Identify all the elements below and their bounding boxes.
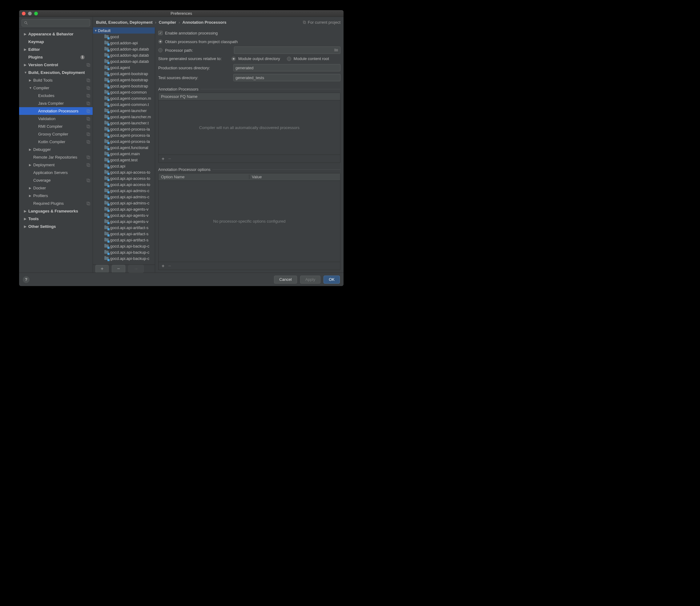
module-output-radio[interactable] [232,57,236,61]
sidebar-item-other-settings[interactable]: ▶Other Settings [19,223,93,230]
module-item[interactable]: gocd.api.api-backup-c [93,243,155,249]
sidebar-item-compiler[interactable]: ▼Compiler [19,84,93,92]
module-item[interactable]: gocd.agent-common.m [93,95,155,101]
module-icon [104,250,109,254]
sidebar-item-annotation-processors[interactable]: Annotation Processors [19,107,93,115]
module-item[interactable]: gocd.agent-common [93,89,155,95]
svg-point-0 [25,22,27,24]
module-item[interactable]: gocd.agent.test [93,157,155,163]
module-item[interactable]: gocd.agent-process-la [93,132,155,138]
sidebar-item-coverage[interactable]: Coverage [19,177,93,184]
add-option-button[interactable]: + [162,263,164,269]
sidebar-item-java-compiler[interactable]: Java Compiler [19,99,93,107]
module-item[interactable]: gocd.api.api-admins-c [93,200,155,206]
module-item[interactable]: gocd.api.api-access-to [93,169,155,175]
sidebar-item-rmi-compiler[interactable]: RMI Compiler [19,122,93,130]
search-input[interactable] [22,19,90,26]
production-dir-input[interactable]: generated [233,64,340,71]
module-item[interactable]: gocd.api.api-artifact-s [93,225,155,231]
sidebar-item-build-execution-deployment[interactable]: ▼Build, Execution, Deployment [19,69,93,76]
module-item[interactable]: gocd.api.api-admins-c [93,194,155,200]
module-item[interactable]: gocd.agent.functional [93,144,155,150]
module-icon [104,127,109,131]
module-icon [104,65,109,70]
module-item[interactable]: gocd.agent-common.t [93,101,155,108]
sidebar-item-tools[interactable]: ▶Tools [19,215,93,223]
module-item[interactable]: gocd.api.api-agents-v [93,206,155,212]
module-item[interactable]: gocd.agent-bootstrap [93,71,155,77]
module-item[interactable]: gocd.agent.main [93,150,155,157]
module-item[interactable]: gocd.api.api-admins-c [93,188,155,194]
module-icon [104,207,109,211]
sidebar-item-required-plugins[interactable]: Required Plugins [19,200,93,207]
remove-profile-button[interactable]: − [112,265,125,273]
folder-icon[interactable] [334,48,338,53]
module-item[interactable]: gocd.api.api-backup-c [93,249,155,255]
module-item[interactable]: gocd.api.api-artifact-s [93,231,155,237]
sidebar-item-kotlin-compiler[interactable]: Kotlin Compiler [19,138,93,146]
module-item[interactable]: gocd.agent-launcher.t [93,120,155,126]
sidebar-item-profilers[interactable]: ▶Profilers [19,192,93,200]
add-processor-button[interactable]: + [162,156,164,162]
sidebar-item-build-tools[interactable]: ▶Build Tools [19,76,93,84]
crumb-bed[interactable]: Build, Execution, Deployment [96,20,152,25]
production-dir-label: Production sources directory: [158,66,232,70]
module-item[interactable]: gocd.addon-api.datab [93,46,155,52]
copy-icon [87,140,90,144]
module-content-radio[interactable] [287,57,291,61]
cancel-button[interactable]: Cancel [274,276,297,284]
svg-line-1 [26,23,28,25]
chevron-right-icon: › [155,20,156,25]
sidebar-item-excludes[interactable]: Excludes [19,92,93,99]
sidebar-item-deployment[interactable]: ▶Deployment [19,161,93,169]
apply-button[interactable]: Apply [300,276,321,284]
module-item[interactable]: gocd.agent-process-la [93,138,155,144]
sidebar-item-appearance-behavior[interactable]: ▶Appearance & Behavior [19,30,93,38]
module-item[interactable]: gocd.agent-bootstrap [93,77,155,83]
module-item[interactable]: gocd.api.api-artifact-s [93,237,155,243]
test-dir-input[interactable]: generated_tests [233,74,340,81]
add-profile-button[interactable]: + [95,265,108,273]
sidebar-item-debugger[interactable]: ▶Debugger [19,146,93,153]
module-item[interactable]: gocd.addon-api.datab [93,52,155,58]
sidebar-item-keymap[interactable]: Keymap [19,38,93,46]
module-item[interactable]: gocd.api.api-access-to [93,181,155,188]
sidebar-item-plugins[interactable]: Plugins1 [19,53,93,61]
module-item[interactable]: gocd.agent-bootstrap [93,83,155,89]
module-item[interactable]: gocd.agent-launcher [93,108,155,114]
module-icon [104,152,109,156]
sidebar-item-groovy-compiler[interactable]: Groovy Compiler [19,130,93,138]
sidebar-item-application-servers[interactable]: Application Servers [19,169,93,177]
sidebar-item-editor[interactable]: ▶Editor [19,46,93,53]
sidebar-item-remote-jar-repositories[interactable]: Remote Jar Repositories [19,153,93,161]
processor-path-radio[interactable] [158,48,163,52]
module-item[interactable]: gocd.addon-api.datab [93,58,155,64]
enable-processing-checkbox[interactable] [158,31,163,35]
sidebar-item-docker[interactable]: ▶Docker [19,184,93,192]
ok-button[interactable]: OK [323,276,340,284]
options-table: Option Name Value No processor-specific … [158,173,340,270]
module-item[interactable]: gocd.api [93,163,155,169]
crumb-compiler[interactable]: Compiler [159,20,176,25]
profile-default[interactable]: ▼Default [93,27,155,33]
remove-processor-button: − [168,156,171,162]
module-item[interactable]: gocd.agent [93,64,155,71]
breadcrumb: Build, Execution, Deployment › Compiler … [93,17,343,27]
obtain-classpath-label: Obtain processors from project classpath [165,40,238,44]
sidebar-item-languages-frameworks[interactable]: ▶Languages & Frameworks [19,207,93,215]
module-item[interactable]: gocd.api.api-agents-v [93,212,155,218]
help-button[interactable]: ? [23,276,29,283]
processor-path-input[interactable] [234,46,340,54]
module-item[interactable]: gocd.api.api-access-to [93,175,155,181]
module-item[interactable]: gocd.api.api-backup-c [93,255,155,261]
module-item[interactable]: gocd [93,33,155,40]
module-item[interactable]: gocd.addon-api [93,40,155,46]
sidebar-item-version-control[interactable]: ▶Version Control [19,61,93,69]
obtain-classpath-radio[interactable] [158,40,163,44]
module-icon [104,244,109,248]
sidebar-item-validation[interactable]: Validation [19,115,93,122]
module-item[interactable]: gocd.agent-launcher.m [93,114,155,120]
module-item[interactable]: gocd.api.api-agents-v [93,218,155,225]
module-item[interactable]: gocd.agent-process-la [93,126,155,132]
module-icon [104,201,109,205]
